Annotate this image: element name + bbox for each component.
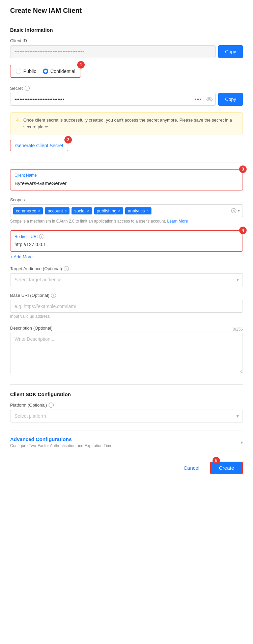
radio-confidential-label: Confidential (50, 69, 75, 74)
client-id-label: Client ID (10, 38, 243, 43)
advanced-subtitle: Configure Two-Factor Authentication and … (10, 443, 112, 448)
platform-field: Platform (Optional) i Select platform (10, 403, 243, 422)
secret-input-wrap (10, 93, 216, 106)
sdk-section-title: Client SDK Configuration (10, 391, 243, 397)
scope-tag-account-remove[interactable]: × (65, 209, 67, 213)
target-audience-select[interactable]: Select target audience (10, 273, 243, 286)
svg-rect-1 (197, 99, 198, 100)
scope-tag-analytics-label: analytics (128, 208, 145, 213)
base-uri-field: Base URI (Optional) i Input valid url ad… (10, 293, 243, 319)
step-2-badge: 2 (64, 136, 72, 144)
secret-eye-icon[interactable] (204, 93, 216, 106)
generate-secret-wrap: Generate Client Secret 2 (10, 140, 68, 151)
radio-public[interactable]: Public (16, 69, 36, 74)
description-textarea[interactable] (10, 333, 243, 373)
scopes-dropdown-button[interactable]: ▾ (238, 208, 240, 213)
advanced-header: Advanced Configurations Configure Two-Fa… (10, 436, 243, 448)
page-title: Create New IAM Client (10, 7, 243, 20)
warning-text: Once client secret is successfully creat… (23, 117, 238, 130)
radio-public-label: Public (23, 69, 36, 74)
redirect-uri-label: Redirect URI i (11, 231, 242, 240)
warning-icon: ⚠ (15, 117, 20, 124)
step-4-badge: 4 (239, 227, 247, 234)
secret-input[interactable] (10, 93, 192, 106)
target-audience-select-wrap: Select target audience (10, 273, 243, 286)
add-more-button[interactable]: + Add More (10, 254, 33, 259)
scope-tag-account-label: account (48, 208, 63, 213)
base-uri-label: Base URI (Optional) i (10, 293, 243, 298)
client-id-row: Copy (10, 45, 243, 58)
platform-select-wrap: Select platform (10, 410, 243, 422)
scopes-learn-more-link[interactable]: Learn More (167, 219, 188, 224)
advanced-chevron-icon[interactable]: ▾ (241, 440, 243, 445)
scopes-wrap[interactable]: commerce × account × social × publishing… (10, 204, 243, 217)
cancel-button[interactable]: Cancel (177, 462, 206, 473)
step-3-badge: 3 (239, 165, 247, 173)
svg-rect-2 (198, 99, 199, 100)
secret-warning-box: ⚠ Once client secret is successfully cre… (10, 112, 243, 134)
base-uri-hint: Input valid url address (10, 314, 243, 319)
platform-info-icon[interactable]: i (49, 403, 54, 408)
section-divider (10, 162, 243, 162)
client-name-input[interactable] (11, 179, 242, 189)
description-field: Description (Optional) 0/256 (10, 326, 243, 374)
client-id-copy-button[interactable]: Copy (218, 45, 243, 58)
scope-tag-publishing-remove[interactable]: × (118, 209, 120, 213)
client-name-box: 3 Client Name (10, 169, 243, 190)
scopes-actions: ▾ (231, 208, 240, 213)
advanced-title-group: Advanced Configurations Configure Two-Fa… (10, 436, 112, 448)
client-id-input[interactable] (10, 45, 216, 58)
advanced-section: Advanced Configurations Configure Two-Fa… (10, 431, 243, 448)
secret-copy-button[interactable]: Copy (218, 93, 243, 106)
footer-row: 5 Cancel Create (10, 462, 243, 474)
basic-info-section-title: Basic Information (10, 27, 243, 33)
scopes-clear-button[interactable] (231, 208, 236, 213)
scope-tag-commerce-label: commerce (16, 208, 36, 213)
radio-confidential[interactable]: Confidential (43, 69, 75, 74)
platform-label: Platform (Optional) i (10, 403, 243, 408)
sdk-config-section: Client SDK Configuration Platform (Optio… (10, 384, 243, 422)
secret-dots-icon[interactable] (192, 93, 204, 106)
radio-confidential-circle (43, 69, 48, 74)
secret-info-icon[interactable]: i (25, 86, 30, 91)
scopes-field: Scopes commerce × account × social × pub… (10, 197, 243, 224)
scopes-hint: Scope is a mechanism in OAuth 2.0 to lim… (10, 219, 243, 224)
scope-tag-social[interactable]: social × (72, 207, 92, 214)
radio-public-circle (16, 69, 21, 74)
base-uri-info-icon[interactable]: i (51, 293, 56, 298)
redirect-uri-box: 4 Redirect URI i (10, 230, 243, 252)
scope-tag-social-remove[interactable]: × (87, 209, 89, 213)
description-label: Description (Optional) (10, 326, 53, 331)
target-audience-label: Target Audience (Optional) i (10, 266, 243, 271)
secret-field: Secret i Copy (10, 86, 243, 106)
step-1-badge: 1 (77, 61, 85, 69)
scope-tag-publishing-label: publishing (97, 208, 117, 213)
base-uri-input[interactable] (10, 300, 243, 313)
client-name-label: Client Name (11, 170, 242, 179)
description-count: 0/256 (233, 327, 243, 332)
scope-tag-analytics-remove[interactable]: × (146, 209, 148, 213)
scopes-label: Scopes (10, 197, 243, 202)
scope-tag-commerce-remove[interactable]: × (38, 209, 40, 213)
scope-tag-social-label: social (74, 208, 85, 213)
svg-rect-3 (200, 99, 201, 100)
svg-rect-0 (195, 99, 196, 100)
target-audience-field: Target Audience (Optional) i Select targ… (10, 266, 243, 286)
redirect-uri-info-icon[interactable]: i (39, 234, 44, 239)
advanced-title[interactable]: Advanced Configurations (10, 436, 112, 442)
scope-tag-commerce[interactable]: commerce × (13, 207, 43, 214)
secret-label: Secret i (10, 86, 243, 91)
client-type-field: 1 Public Confidential (10, 65, 243, 79)
step-5-badge: 5 (213, 457, 220, 464)
scope-tag-account[interactable]: account × (45, 207, 69, 214)
generate-secret-button[interactable]: Generate Client Secret (15, 143, 63, 148)
description-header-row: Description (Optional) 0/256 (10, 326, 243, 333)
redirect-uri-input[interactable] (11, 240, 242, 251)
client-type-box: 1 Public Confidential (10, 65, 81, 78)
scope-tag-publishing[interactable]: publishing × (94, 207, 123, 214)
platform-select[interactable]: Select platform (10, 410, 243, 422)
client-id-field: Client ID Copy (10, 38, 243, 58)
scope-tag-analytics[interactable]: analytics × (125, 207, 151, 214)
secret-row: Copy (10, 93, 243, 106)
target-audience-info-icon[interactable]: i (64, 266, 69, 271)
